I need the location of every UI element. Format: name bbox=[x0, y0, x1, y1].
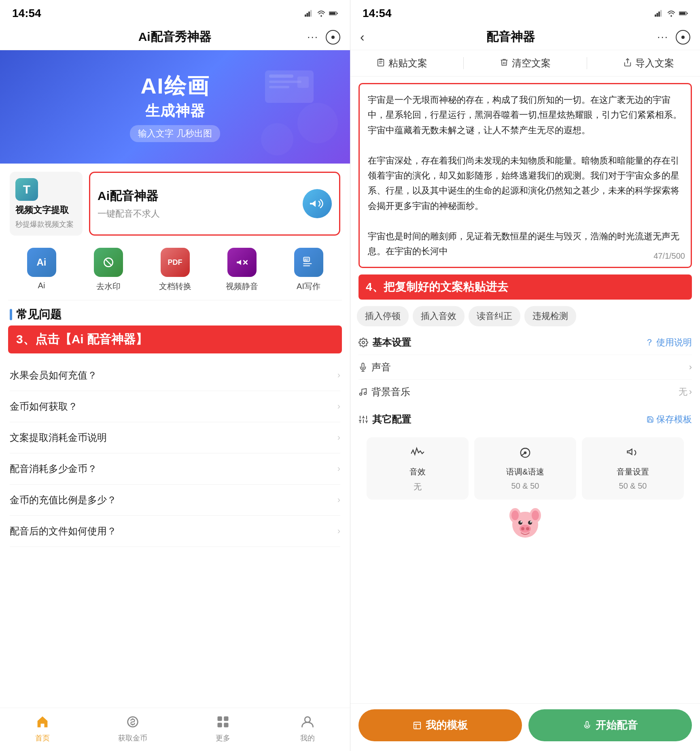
svg-rect-9 bbox=[269, 81, 301, 83]
bg-music-text: 背景音乐 bbox=[371, 385, 410, 398]
grid-item-ai[interactable]: Ai Ai bbox=[21, 248, 62, 292]
sound-effect-value: 无 bbox=[414, 481, 422, 492]
grid-item-mute[interactable]: 视频静音 bbox=[222, 248, 262, 292]
grid-item-pdf[interactable]: PDF 文档转换 bbox=[155, 248, 195, 292]
grid-icons-row: Ai Ai 去水印 PDF 文档转换 bbox=[0, 244, 350, 300]
feature-card-left[interactable]: T 视频文字提取 秒提爆款视频文案 bbox=[10, 172, 83, 236]
svg-rect-33 bbox=[660, 10, 662, 17]
svg-point-66 bbox=[530, 521, 532, 523]
write-icon: AI bbox=[302, 255, 316, 269]
import-btn[interactable]: 导入文案 bbox=[623, 57, 674, 70]
svg-point-12 bbox=[297, 103, 338, 143]
start-dubbing-btn[interactable]: 开始配音 bbox=[528, 709, 692, 741]
volume-label: 音量设置 bbox=[617, 466, 649, 477]
more-menu-1[interactable]: ··· bbox=[307, 31, 318, 43]
bn-coins[interactable]: 获取金币 bbox=[118, 713, 147, 743]
tab-sound-effect-label: 插入音效 bbox=[421, 311, 456, 321]
coins-svg bbox=[125, 715, 140, 729]
faq-item-1[interactable]: 水果会员如何充值？ › bbox=[10, 360, 340, 391]
voice-text: 声音 bbox=[371, 361, 391, 374]
grid-item-watermark[interactable]: 去水印 bbox=[88, 248, 129, 292]
banner-text-1: AI绘画 生成神器 输入文字 几秒出图 bbox=[130, 72, 220, 142]
svg-point-29 bbox=[305, 717, 311, 723]
faq-item-2[interactable]: 金币如何获取？ › bbox=[10, 391, 340, 422]
svg-rect-28 bbox=[224, 723, 228, 727]
volume-icon bbox=[626, 445, 640, 459]
profile-svg bbox=[300, 715, 315, 729]
svg-rect-30 bbox=[655, 14, 656, 17]
voice-icon bbox=[358, 363, 367, 372]
banner-deco bbox=[257, 58, 338, 155]
tab-pause[interactable]: 插入停顿 bbox=[357, 306, 409, 326]
target-icon-1[interactable] bbox=[326, 30, 340, 45]
tab-detect[interactable]: 违规检测 bbox=[524, 306, 576, 326]
svg-rect-6 bbox=[337, 13, 338, 14]
svg-rect-11 bbox=[297, 77, 309, 88]
svg-rect-2 bbox=[308, 11, 310, 17]
paste-btn[interactable]: 粘贴文案 bbox=[376, 57, 427, 70]
my-template-btn[interactable]: 我的模板 bbox=[358, 709, 522, 741]
tab-pause-label: 插入停顿 bbox=[365, 311, 401, 321]
grid-label-ai: Ai bbox=[38, 281, 45, 290]
config-card-sound[interactable]: 音效 无 bbox=[367, 437, 469, 500]
other-config-header: 其它配置 保存模板 bbox=[358, 407, 692, 432]
target-icon-2[interactable] bbox=[676, 30, 690, 45]
faq-item-3[interactable]: 文案提取消耗金币说明 › bbox=[10, 422, 340, 453]
svg-point-60 bbox=[511, 511, 519, 520]
svg-point-45 bbox=[360, 393, 362, 396]
ai-grid-icon: Ai bbox=[27, 248, 56, 277]
waveform-icon bbox=[410, 445, 425, 459]
svg-point-64 bbox=[528, 521, 532, 525]
template-icon bbox=[413, 721, 422, 730]
bn-home[interactable]: 首页 bbox=[34, 713, 51, 743]
svg-point-62 bbox=[532, 511, 539, 520]
back-button[interactable]: ‹ bbox=[360, 30, 365, 45]
faq-chevron-2: › bbox=[337, 401, 340, 412]
nav-icons-2: ··· bbox=[657, 30, 690, 45]
speedometer-icon bbox=[518, 445, 532, 459]
voice-row[interactable]: 声音 › bbox=[358, 355, 692, 379]
svg-text:AI: AI bbox=[304, 258, 308, 262]
text-display-area[interactable]: 宇宙是一个无垠而神秘的存在，构成了我们所知的一切。在这广袤无边的宇宙中，星系轮回… bbox=[358, 83, 692, 268]
grid-label-pdf: 文档转换 bbox=[159, 281, 191, 292]
step3-annotation: 3、点击【Ai 配音神器】 bbox=[8, 326, 342, 353]
faq-item-6[interactable]: 配音后的文件如何使用？ › bbox=[10, 516, 340, 547]
bn-more[interactable]: 更多 bbox=[214, 713, 232, 743]
svg-rect-26 bbox=[224, 717, 228, 721]
speed-label: 语调&语速 bbox=[506, 466, 544, 477]
clear-btn[interactable]: 清空文案 bbox=[500, 57, 551, 70]
svg-point-65 bbox=[520, 521, 522, 523]
faq-text-1: 水果会员如何充值？ bbox=[10, 369, 97, 382]
config-card-volume[interactable]: 音量设置 50 & 50 bbox=[582, 437, 684, 500]
more-menu-2[interactable]: ··· bbox=[657, 31, 668, 43]
grid-item-write[interactable]: AI AI写作 bbox=[288, 248, 329, 292]
import-svg bbox=[623, 58, 632, 67]
speed-value: 50 & 50 bbox=[511, 481, 539, 491]
svg-point-13 bbox=[261, 123, 293, 155]
scroll-content-1: AI绘画 生成神器 输入文字 几秒出图 T 视频文字提 bbox=[0, 50, 350, 708]
svg-rect-10 bbox=[269, 86, 289, 88]
faq-item-4[interactable]: 配音消耗多少金币？ › bbox=[10, 453, 340, 485]
help-link[interactable]: ？ 使用说明 bbox=[645, 336, 692, 349]
save-template-link[interactable]: 保存模板 bbox=[647, 413, 692, 425]
toolbar-div-1 bbox=[463, 57, 464, 69]
faq-chevron-5: › bbox=[337, 495, 340, 505]
template-btn-label: 我的模板 bbox=[426, 718, 468, 732]
tab-pronunciation[interactable]: 读音纠正 bbox=[469, 306, 520, 326]
faq-item-5[interactable]: 金币的充值比例是多少？ › bbox=[10, 485, 340, 516]
svg-rect-3 bbox=[310, 10, 312, 17]
settings-icon bbox=[358, 338, 368, 347]
feature-row-1: T 视频文字提取 秒提爆款视频文案 Ai配音神器 一键配音不求人 bbox=[0, 164, 350, 244]
speaker-icon bbox=[308, 194, 327, 213]
bg-music-row[interactable]: 背景音乐 无 › bbox=[358, 379, 692, 404]
ai-dubbing-card[interactable]: Ai配音神器 一键配音不求人 bbox=[89, 172, 340, 236]
config-card-speed[interactable]: 语调&语速 50 & 50 bbox=[474, 437, 576, 500]
signal-icon bbox=[305, 9, 314, 18]
tab-sound-effect[interactable]: 插入音效 bbox=[413, 306, 465, 326]
help-label: 使用说明 bbox=[656, 336, 692, 349]
faq-chevron-4: › bbox=[337, 464, 340, 474]
scroll-content-2: 粘贴文案 清空文案 bbox=[350, 50, 700, 703]
bn-profile[interactable]: 我的 bbox=[299, 713, 316, 743]
save-template-label: 保存模板 bbox=[656, 413, 692, 425]
watermark-icon bbox=[102, 255, 115, 269]
